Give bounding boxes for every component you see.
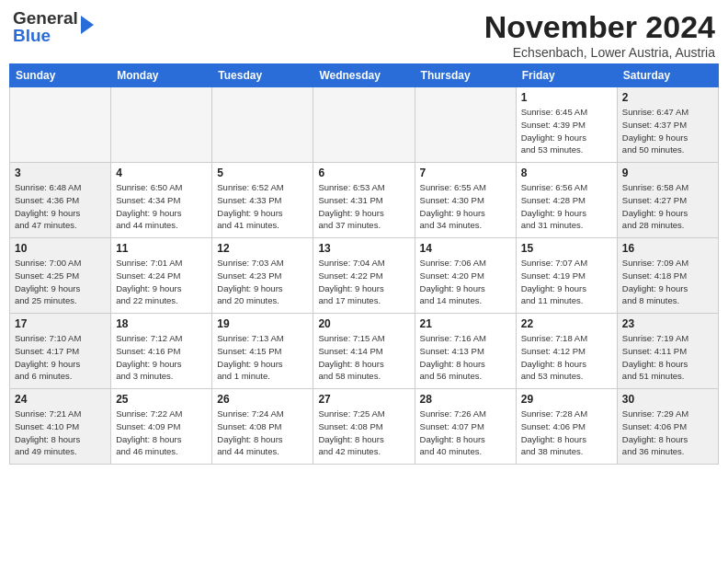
calendar-day-cell: 30Sunrise: 7:29 AM Sunset: 4:06 PM Dayli… (617, 389, 718, 465)
header-wednesday: Wednesday (313, 64, 415, 87)
day-number: 27 (318, 393, 409, 406)
day-number: 25 (116, 393, 207, 406)
logo-blue: Blue (13, 26, 51, 45)
calendar-day-cell: 26Sunrise: 7:24 AM Sunset: 4:08 PM Dayli… (212, 389, 313, 465)
day-number: 5 (217, 167, 308, 179)
day-info: Sunrise: 6:47 AM Sunset: 4:37 PM Dayligh… (622, 107, 688, 155)
day-number: 11 (116, 242, 207, 255)
day-info: Sunrise: 7:19 AM Sunset: 4:11 PM Dayligh… (622, 333, 688, 381)
calendar-day-cell: 10Sunrise: 7:00 AM Sunset: 4:25 PM Dayli… (10, 238, 111, 314)
calendar-day-cell: 18Sunrise: 7:12 AM Sunset: 4:16 PM Dayli… (111, 314, 212, 389)
day-number: 29 (521, 393, 612, 406)
calendar-week-3: 10Sunrise: 7:00 AM Sunset: 4:25 PM Dayli… (10, 238, 719, 314)
day-number: 3 (15, 167, 106, 179)
calendar-table: Sunday Monday Tuesday Wednesday Thursday… (9, 63, 719, 465)
day-info: Sunrise: 7:00 AM Sunset: 4:25 PM Dayligh… (15, 258, 81, 305)
day-info: Sunrise: 7:01 AM Sunset: 4:24 PM Dayligh… (116, 258, 182, 305)
header-sunday: Sunday (10, 64, 111, 87)
calendar-day-cell: 13Sunrise: 7:04 AM Sunset: 4:22 PM Dayli… (313, 238, 415, 314)
day-number: 2 (622, 91, 713, 104)
day-number: 14 (420, 242, 511, 255)
day-number: 16 (622, 242, 713, 255)
logo-general: General (13, 8, 78, 28)
calendar-day-cell: 16Sunrise: 7:09 AM Sunset: 4:18 PM Dayli… (617, 238, 718, 314)
calendar-day-cell (212, 87, 313, 163)
day-info: Sunrise: 7:09 AM Sunset: 4:18 PM Dayligh… (622, 258, 688, 305)
day-number: 19 (217, 317, 308, 330)
day-info: Sunrise: 7:25 AM Sunset: 4:08 PM Dayligh… (318, 408, 384, 456)
calendar-day-cell: 14Sunrise: 7:06 AM Sunset: 4:20 PM Dayli… (415, 238, 516, 314)
calendar-day-cell (10, 87, 111, 163)
calendar-day-cell: 2Sunrise: 6:47 AM Sunset: 4:37 PM Daylig… (617, 87, 718, 163)
calendar-day-cell: 3Sunrise: 6:48 AM Sunset: 4:36 PM Daylig… (10, 163, 111, 238)
day-info: Sunrise: 7:10 AM Sunset: 4:17 PM Dayligh… (15, 333, 81, 381)
calendar-header-row: Sunday Monday Tuesday Wednesday Thursday… (10, 64, 719, 87)
day-info: Sunrise: 7:29 AM Sunset: 4:06 PM Dayligh… (622, 408, 688, 456)
day-info: Sunrise: 6:52 AM Sunset: 4:33 PM Dayligh… (217, 182, 283, 230)
day-number: 23 (622, 317, 713, 330)
day-number: 13 (318, 242, 409, 255)
day-info: Sunrise: 6:58 AM Sunset: 4:27 PM Dayligh… (622, 182, 688, 230)
calendar-day-cell: 21Sunrise: 7:16 AM Sunset: 4:13 PM Dayli… (415, 314, 516, 389)
day-number: 20 (318, 317, 409, 330)
day-info: Sunrise: 7:22 AM Sunset: 4:09 PM Dayligh… (116, 408, 182, 456)
calendar-day-cell (111, 87, 212, 163)
calendar-week-2: 3Sunrise: 6:48 AM Sunset: 4:36 PM Daylig… (10, 163, 719, 238)
day-info: Sunrise: 7:07 AM Sunset: 4:19 PM Dayligh… (521, 258, 587, 305)
calendar-day-cell: 19Sunrise: 7:13 AM Sunset: 4:15 PM Dayli… (212, 314, 313, 389)
day-number: 17 (15, 317, 106, 330)
day-info: Sunrise: 6:48 AM Sunset: 4:36 PM Dayligh… (15, 182, 81, 230)
day-info: Sunrise: 7:12 AM Sunset: 4:16 PM Dayligh… (116, 333, 182, 381)
calendar-wrapper: Sunday Monday Tuesday Wednesday Thursday… (0, 63, 728, 474)
calendar-day-cell: 8Sunrise: 6:56 AM Sunset: 4:28 PM Daylig… (516, 163, 617, 238)
day-info: Sunrise: 7:13 AM Sunset: 4:15 PM Dayligh… (217, 333, 283, 381)
day-number: 9 (622, 167, 713, 179)
day-info: Sunrise: 7:06 AM Sunset: 4:20 PM Dayligh… (420, 258, 486, 305)
day-info: Sunrise: 6:50 AM Sunset: 4:34 PM Dayligh… (116, 182, 182, 230)
calendar-day-cell: 5Sunrise: 6:52 AM Sunset: 4:33 PM Daylig… (212, 163, 313, 238)
header-saturday: Saturday (617, 64, 718, 87)
day-info: Sunrise: 7:03 AM Sunset: 4:23 PM Dayligh… (217, 258, 283, 305)
day-number: 8 (521, 167, 612, 179)
day-number: 1 (521, 91, 612, 104)
calendar-day-cell: 6Sunrise: 6:53 AM Sunset: 4:31 PM Daylig… (313, 163, 415, 238)
calendar-day-cell: 27Sunrise: 7:25 AM Sunset: 4:08 PM Dayli… (313, 389, 415, 465)
calendar-day-cell: 7Sunrise: 6:55 AM Sunset: 4:30 PM Daylig… (415, 163, 516, 238)
calendar-day-cell: 11Sunrise: 7:01 AM Sunset: 4:24 PM Dayli… (111, 238, 212, 314)
header-friday: Friday (516, 64, 617, 87)
day-info: Sunrise: 7:24 AM Sunset: 4:08 PM Dayligh… (217, 408, 283, 456)
day-number: 18 (116, 317, 207, 330)
day-number: 10 (15, 242, 106, 255)
day-info: Sunrise: 6:55 AM Sunset: 4:30 PM Dayligh… (420, 182, 486, 230)
day-number: 28 (420, 393, 511, 406)
calendar-day-cell: 12Sunrise: 7:03 AM Sunset: 4:23 PM Dayli… (212, 238, 313, 314)
day-number: 26 (217, 393, 308, 406)
day-number: 4 (116, 167, 207, 179)
calendar-day-cell (313, 87, 415, 163)
calendar-day-cell: 9Sunrise: 6:58 AM Sunset: 4:27 PM Daylig… (617, 163, 718, 238)
logo-arrow-icon (81, 16, 94, 34)
day-number: 7 (420, 167, 511, 179)
day-info: Sunrise: 7:21 AM Sunset: 4:10 PM Dayligh… (15, 408, 81, 456)
title-section: November 2024 Echsenbach, Lower Austria,… (484, 9, 715, 60)
day-info: Sunrise: 7:18 AM Sunset: 4:12 PM Dayligh… (521, 333, 587, 381)
calendar-day-cell: 22Sunrise: 7:18 AM Sunset: 4:12 PM Dayli… (516, 314, 617, 389)
calendar-day-cell: 28Sunrise: 7:26 AM Sunset: 4:07 PM Dayli… (415, 389, 516, 465)
calendar-week-5: 24Sunrise: 7:21 AM Sunset: 4:10 PM Dayli… (10, 389, 719, 465)
logo: General Blue (13, 9, 94, 44)
day-info: Sunrise: 7:16 AM Sunset: 4:13 PM Dayligh… (420, 333, 486, 381)
day-info: Sunrise: 7:26 AM Sunset: 4:07 PM Dayligh… (420, 408, 486, 456)
day-number: 12 (217, 242, 308, 255)
day-number: 22 (521, 317, 612, 330)
day-info: Sunrise: 7:04 AM Sunset: 4:22 PM Dayligh… (318, 258, 384, 305)
calendar-day-cell: 4Sunrise: 6:50 AM Sunset: 4:34 PM Daylig… (111, 163, 212, 238)
calendar-day-cell: 25Sunrise: 7:22 AM Sunset: 4:09 PM Dayli… (111, 389, 212, 465)
logo-text: General Blue (13, 9, 78, 44)
header-thursday: Thursday (415, 64, 516, 87)
calendar-week-4: 17Sunrise: 7:10 AM Sunset: 4:17 PM Dayli… (10, 314, 719, 389)
header-tuesday: Tuesday (212, 64, 313, 87)
day-number: 30 (622, 393, 713, 406)
calendar-day-cell: 20Sunrise: 7:15 AM Sunset: 4:14 PM Dayli… (313, 314, 415, 389)
header-monday: Monday (111, 64, 212, 87)
day-info: Sunrise: 7:15 AM Sunset: 4:14 PM Dayligh… (318, 333, 384, 381)
